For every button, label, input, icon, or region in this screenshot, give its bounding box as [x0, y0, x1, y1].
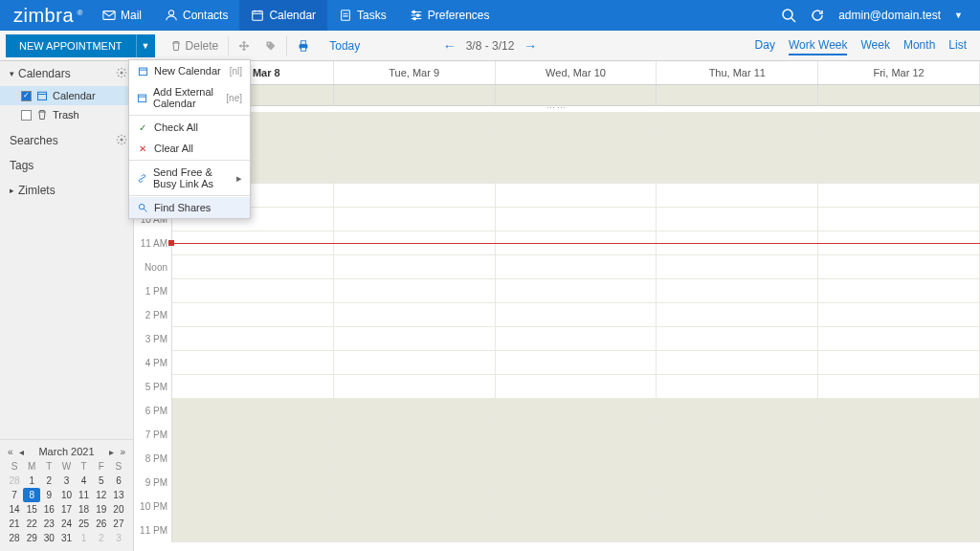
calendar-cell[interactable]	[496, 471, 657, 495]
calendar-cell[interactable]	[657, 518, 818, 542]
calendar-cell[interactable]	[496, 375, 657, 399]
minical-day[interactable]: 19	[93, 502, 110, 517]
calendar-cell[interactable]	[818, 471, 980, 495]
sidebar-item-trash[interactable]: Trash	[0, 105, 133, 124]
calendar-cell[interactable]	[334, 184, 496, 208]
minical-day[interactable]: 21	[6, 517, 23, 531]
calendar-cell[interactable]	[657, 495, 818, 518]
minical-day[interactable]: 28	[6, 474, 23, 488]
searches-gear-icon[interactable]	[116, 134, 127, 145]
calendar-cell[interactable]	[657, 279, 818, 303]
calendar-cell[interactable]	[657, 160, 818, 184]
sidebar-tags-header[interactable]: Tags	[0, 153, 133, 178]
move-button[interactable]	[231, 40, 257, 52]
calendar-cell[interactable]	[496, 327, 657, 351]
calendar-cell[interactable]	[657, 208, 818, 231]
minical-day[interactable]: 12	[93, 488, 110, 502]
calendar-cell[interactable]	[657, 303, 818, 327]
calendar-cell[interactable]	[818, 279, 980, 303]
calendar-cell[interactable]	[657, 447, 818, 471]
calendar-cell[interactable]	[657, 255, 818, 279]
user-label[interactable]: admin@domain.test	[838, 9, 941, 22]
calendar-scroll[interactable]: 6 AM7 AM8 AM9 AM10 AM11 AMNoon1 PM2 PM3 …	[134, 112, 980, 551]
minical-day[interactable]: 15	[23, 502, 40, 517]
minical-day[interactable]: 4	[76, 474, 93, 488]
calendar-cell[interactable]	[657, 399, 818, 423]
calendar-cell[interactable]	[334, 279, 496, 303]
calendar-cell[interactable]	[334, 351, 496, 375]
minical-next-year[interactable]: »	[118, 447, 127, 457]
calendar-cell[interactable]	[334, 471, 496, 495]
new-appointment-dropdown[interactable]: ▼	[136, 34, 155, 57]
calendars-gear-icon[interactable]	[116, 67, 127, 78]
calendar-cell[interactable]	[496, 303, 657, 327]
calendar-cell[interactable]	[496, 495, 657, 518]
calendar-cell[interactable]	[334, 136, 496, 160]
minical-day[interactable]: 24	[57, 517, 75, 531]
calendar-cell[interactable]	[818, 112, 980, 136]
calendar-cell[interactable]	[172, 351, 334, 375]
calendar-cell[interactable]	[496, 112, 657, 136]
calendar-checkbox[interactable]	[21, 91, 32, 101]
sidebar-item-calendar[interactable]: Calendar	[0, 86, 133, 105]
calendar-cell[interactable]	[818, 423, 980, 447]
ctx-check-all[interactable]: ✓ Check All	[129, 117, 250, 138]
calendar-cell[interactable]	[818, 160, 980, 184]
calendar-cell[interactable]	[334, 423, 496, 447]
sidebar-calendars-header[interactable]: ▾ Calendars	[0, 61, 133, 86]
calendar-cell[interactable]	[496, 518, 657, 542]
calendar-cell[interactable]	[172, 279, 334, 303]
minical-day[interactable]: 10	[57, 488, 75, 502]
minical-day[interactable]: 30	[40, 531, 57, 545]
minical-day[interactable]: 7	[6, 488, 23, 502]
calendar-cell[interactable]	[172, 495, 334, 518]
day-header-thu[interactable]: Thu, Mar 11	[657, 61, 818, 84]
calendar-cell[interactable]	[172, 303, 334, 327]
calendar-cell[interactable]	[818, 399, 980, 423]
calendar-cell[interactable]	[818, 447, 980, 471]
minical-day[interactable]: 23	[40, 517, 57, 531]
calendar-cell[interactable]	[334, 495, 496, 518]
calendar-cell[interactable]	[334, 327, 496, 351]
minical-day[interactable]: 8	[23, 488, 40, 502]
calendar-cell[interactable]	[496, 279, 657, 303]
minical-day[interactable]: 1	[76, 531, 93, 545]
calendar-cell[interactable]	[657, 351, 818, 375]
trash-checkbox[interactable]	[21, 110, 32, 121]
ctx-new-calendar[interactable]: New Calendar [nl]	[129, 60, 250, 81]
minical-day[interactable]: 13	[110, 488, 127, 502]
calendar-cell[interactable]	[496, 399, 657, 423]
minical-day[interactable]: 26	[93, 517, 110, 531]
minical-day[interactable]: 31	[57, 531, 75, 545]
calendar-cell[interactable]	[657, 112, 818, 136]
calendar-cell[interactable]	[818, 351, 980, 375]
calendar-cell[interactable]	[172, 447, 334, 471]
nav-mail[interactable]: Mail	[91, 0, 153, 31]
calendar-cell[interactable]	[172, 423, 334, 447]
minical-day[interactable]: 6	[110, 474, 127, 488]
calendar-cell[interactable]	[818, 255, 980, 279]
ctx-add-external[interactable]: Add External Calendar [ne]	[129, 81, 250, 114]
calendar-cell[interactable]	[334, 375, 496, 399]
calendar-cell[interactable]	[818, 375, 980, 399]
calendar-cell[interactable]	[172, 471, 334, 495]
new-appointment-button[interactable]: NEW APPOINTMENT ▼	[6, 34, 155, 57]
view-list[interactable]: List	[948, 36, 967, 55]
minical-day[interactable]: 16	[40, 502, 57, 517]
ctx-find-shares[interactable]: Find Shares	[129, 197, 250, 218]
calendar-cell[interactable]	[172, 255, 334, 279]
calendar-cell[interactable]	[818, 303, 980, 327]
calendar-cell[interactable]	[334, 518, 496, 542]
minical-day[interactable]: 9	[40, 488, 57, 502]
calendar-cell[interactable]	[818, 184, 980, 208]
calendar-cell[interactable]	[334, 303, 496, 327]
calendar-cell[interactable]	[334, 112, 496, 136]
minical-prev-year[interactable]: «	[6, 447, 15, 457]
nav-contacts[interactable]: Contacts	[153, 0, 239, 31]
calendar-cell[interactable]	[172, 327, 334, 351]
next-week-button[interactable]: →	[523, 38, 537, 54]
calendar-cell[interactable]	[496, 184, 657, 208]
calendar-cell[interactable]	[496, 447, 657, 471]
user-dropdown-icon[interactable]: ▼	[954, 11, 963, 20]
view-work-week[interactable]: Work Week	[789, 36, 848, 55]
